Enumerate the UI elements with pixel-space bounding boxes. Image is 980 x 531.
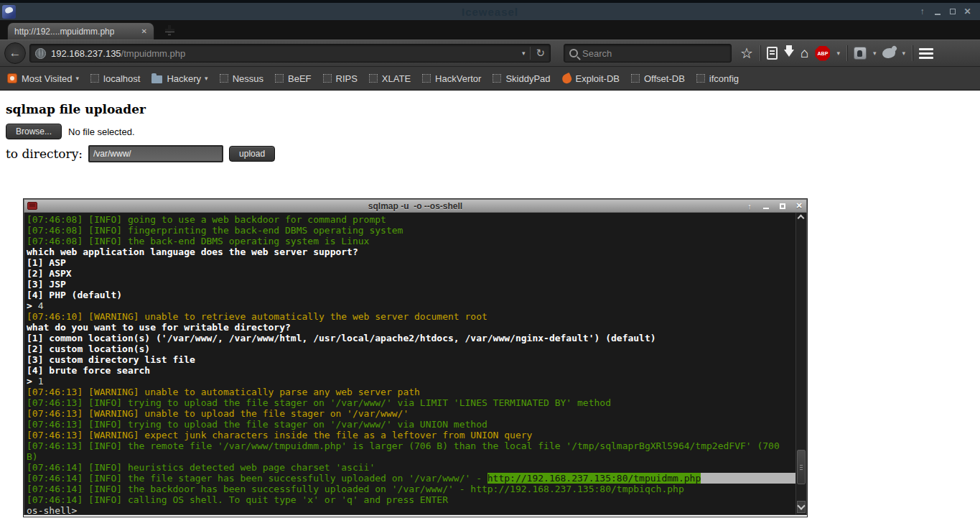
terminal-output[interactable]: [07:46:08] [INFO] going to use a web bac… <box>24 213 795 514</box>
bookmark-label: RIPS <box>336 73 358 84</box>
bookmark-item[interactable]: ifconfig <box>692 70 746 87</box>
tab-close-icon[interactable]: ✕ <box>136 27 147 35</box>
terminal-text-segment: [3] custom directory list file <box>27 354 195 365</box>
terminal-line: [4] brute force search <box>27 365 795 376</box>
terminal-line: [07:46:13] [INFO] the remote file '/var/… <box>27 440 795 451</box>
page-content: sqlmap file uploader Browse... No file s… <box>0 91 980 531</box>
terminal-text-segment: [07:46:13] [WARNING] expect junk charact… <box>27 430 532 440</box>
terminal-window: sqlmap -u -o --os-shell ↑ ✕ [07:46:08] [… <box>24 199 807 517</box>
bookmark-item[interactable]: Hackery▾ <box>147 70 215 87</box>
exploit-bookmark-icon <box>560 72 572 84</box>
bookmark-item[interactable]: Exploit-DB <box>558 70 627 87</box>
window-title: Iceweasel <box>0 6 980 18</box>
terminal-line: [07:46:08] [INFO] fingerprinting the bac… <box>27 225 795 236</box>
terminal-text-segment: [07:46:10] [WARNING] unable to retrieve … <box>27 311 487 322</box>
terminal-minimize-icon[interactable] <box>762 202 770 211</box>
terminal-line: what do you want to use for writable dir… <box>27 322 795 333</box>
bookmark-star-icon[interactable]: ☆ <box>740 44 753 63</box>
foxyproxy-dropdown-icon[interactable]: ▾ <box>902 50 905 57</box>
terminal-unshade-icon[interactable]: ↑ <box>745 202 754 211</box>
terminal-line: [07:46:13] [INFO] trying to upload the f… <box>27 397 795 408</box>
terminal-line: [07:46:14] [INFO] calling OS shell. To q… <box>27 494 795 505</box>
terminal-text-segment: [07:46:13] [INFO] trying to upload the f… <box>27 419 487 430</box>
browse-button[interactable]: Browse... <box>6 124 62 139</box>
tab-tmpuidmm[interactable]: http://192....mpuidmm.php ✕ <box>7 22 154 40</box>
unshade-icon[interactable]: ↑ <box>917 6 928 17</box>
terminal-text-segment: [2] ASPX <box>27 268 72 279</box>
tamper-dropdown-icon[interactable]: ▾ <box>873 50 877 57</box>
restore-icon[interactable] <box>947 6 958 17</box>
back-button[interactable]: ← <box>4 42 26 64</box>
tamper-data-icon[interactable] <box>854 44 867 63</box>
tab-bar: http://192....mpuidmm.php ✕ <box>0 20 980 40</box>
directory-label: to directory: <box>6 147 83 161</box>
bookmark-item[interactable]: localhost <box>86 70 147 87</box>
default-bookmark-icon <box>631 74 640 83</box>
reload-icon[interactable]: ↻ <box>536 47 545 60</box>
adblock-plus-icon[interactable]: ABP <box>815 44 830 63</box>
foxyproxy-icon[interactable] <box>882 44 895 63</box>
terminal-text-segment: 4 <box>38 300 44 311</box>
bookmark-item[interactable]: Offset-DB <box>627 70 692 87</box>
bookmark-label: Hackery <box>167 73 201 84</box>
downloads-icon[interactable] <box>784 44 794 63</box>
upload-button[interactable]: upload <box>229 146 275 162</box>
file-status-text: No file selected. <box>68 126 135 137</box>
terminal-line: [07:46:13] [WARNING] unable to upload th… <box>27 408 795 419</box>
default-bookmark-icon <box>696 74 705 83</box>
directory-input[interactable] <box>88 145 223 162</box>
bookmark-label: Offset-DB <box>644 73 685 84</box>
terminal-text-segment: [07:46:13] [INFO] the remote file '/var/… <box>27 440 780 451</box>
terminal-body: [07:46:08] [INFO] going to use a web bac… <box>24 213 807 515</box>
terminal-titlebar[interactable]: sqlmap -u -o --os-shell ↑ ✕ <box>24 199 807 213</box>
url-history-dropdown-icon[interactable]: ▾ <box>522 50 526 57</box>
search-box[interactable] <box>564 44 732 63</box>
window-titlebar: Iceweasel ↑ ✕ <box>0 3 980 20</box>
scrollbar-up-icon[interactable] <box>798 215 805 222</box>
bookmark-item[interactable]: BeEF <box>271 70 319 87</box>
adblock-dropdown-icon[interactable]: ▾ <box>836 50 840 57</box>
search-icon <box>569 49 578 57</box>
terminal-line: [2] ASPX <box>27 268 795 279</box>
default-bookmark-icon <box>369 74 378 83</box>
default-bookmark-icon <box>90 74 99 83</box>
bookmark-item[interactable]: RIPS <box>319 70 365 87</box>
bookmark-item[interactable]: HackVertor <box>418 70 488 87</box>
bookmark-item[interactable]: XLATE <box>365 70 418 87</box>
terminal-text-segment: [1] ASP <box>27 257 66 268</box>
site-identity-globe-icon[interactable] <box>35 48 46 59</box>
terminal-line: [07:46:13] [INFO] trying to upload the f… <box>27 419 795 430</box>
bookmark-item[interactable]: Most Visited▾ <box>3 70 86 87</box>
scrollbar-down-icon[interactable] <box>797 501 806 513</box>
plus-icon <box>165 25 174 34</box>
terminal-maximize-icon[interactable] <box>778 202 787 211</box>
minimize-icon[interactable] <box>932 6 943 17</box>
home-icon[interactable]: ⌂ <box>801 44 808 63</box>
scrollbar-thumb[interactable] <box>797 450 806 484</box>
new-tab-button[interactable] <box>161 24 178 36</box>
terminal-text-segment: which web application language does the … <box>27 246 358 257</box>
bookmark-label: localhost <box>103 73 140 84</box>
bookmark-label: XLATE <box>382 73 411 84</box>
terminal-text-segment <box>701 473 795 484</box>
terminal-close-icon[interactable]: ✕ <box>795 202 803 211</box>
terminal-text-segment: [4] PHP (default) <box>27 290 122 300</box>
default-bookmark-icon <box>220 74 228 83</box>
terminal-text-segment: [07:46:13] [INFO] trying to upload the f… <box>27 397 611 408</box>
bookmarks-menu-icon[interactable] <box>767 44 778 63</box>
terminal-line: [1] ASP <box>27 257 795 268</box>
terminal-scrollbar[interactable] <box>795 213 806 514</box>
menu-hamburger-icon[interactable] <box>919 44 933 63</box>
page-heading: sqlmap file uploader <box>6 102 974 116</box>
close-icon[interactable]: ✕ <box>962 6 973 17</box>
chevron-down-icon: ▾ <box>205 75 208 82</box>
bookmark-item[interactable]: SkiddyPad <box>488 70 557 87</box>
url-bar[interactable]: 192.168.237.135/tmpuidmm.php ▾ ↻ <box>29 44 551 63</box>
search-input[interactable] <box>582 48 704 59</box>
terminal-line: os-shell> <box>27 505 795 514</box>
url-text[interactable]: 192.168.237.135/tmpuidmm.php <box>51 48 185 59</box>
bookmark-item[interactable]: Nessus <box>215 70 271 87</box>
terminal-text-segment: [3] JSP <box>27 279 66 290</box>
toolbar-buttons: ☆ ⌂ ABP ▾ ▾ ▾ <box>740 44 933 63</box>
terminal-line: [1] common location(s) ('/var/www/, /var… <box>27 333 795 343</box>
